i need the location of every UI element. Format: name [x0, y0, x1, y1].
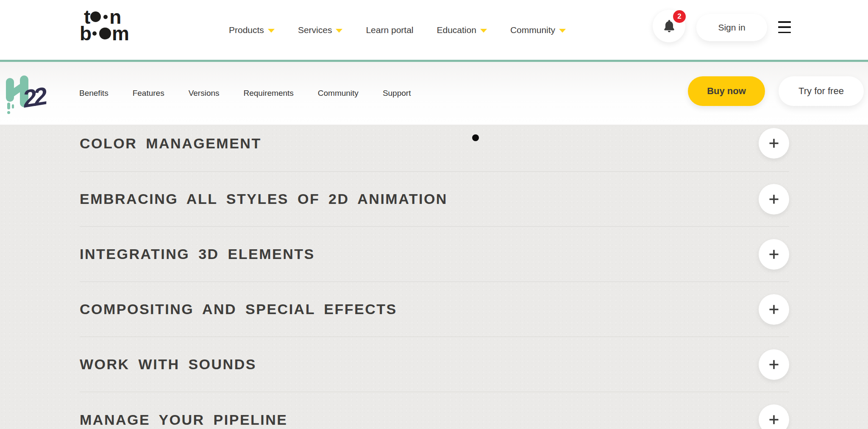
- expand-button[interactable]: [759, 128, 789, 159]
- product-nav: Benefits Features Versions Requirements …: [79, 62, 411, 125]
- chevron-down-icon: [268, 29, 275, 33]
- expand-button[interactable]: [759, 239, 789, 270]
- nav-item-education[interactable]: Education: [437, 25, 487, 35]
- plus-icon: [767, 248, 781, 261]
- nav-item-label: Services: [298, 25, 332, 35]
- plus-icon: [767, 303, 781, 316]
- logo-letter-b: b: [80, 26, 91, 41]
- accordion-title: COMPOSITING AND SPECIAL EFFECTS: [80, 301, 397, 318]
- expand-button[interactable]: [759, 404, 789, 429]
- accordion-title: WORK WITH SOUNDS: [80, 356, 256, 373]
- nav-item-services[interactable]: Services: [298, 25, 343, 35]
- logo-circle-icon: [99, 28, 111, 39]
- accordion-row-sounds[interactable]: WORK WITH SOUNDS: [80, 337, 789, 392]
- hamburger-bar: [778, 21, 791, 23]
- notification-count-badge: 2: [673, 10, 686, 23]
- expand-button[interactable]: [759, 349, 789, 380]
- logo-drip: [7, 103, 10, 109]
- try-for-free-button[interactable]: Try for free: [779, 76, 864, 106]
- logo-drip: [7, 111, 10, 114]
- main-nav: Products Services Learn portal Education…: [229, 0, 566, 60]
- subnav-item-support[interactable]: Support: [383, 89, 411, 98]
- harmony-22-logo[interactable]: 22: [6, 75, 53, 116]
- accordion-row-pipeline[interactable]: MANAGE YOUR PIPELINE: [80, 392, 789, 429]
- nav-item-products[interactable]: Products: [229, 25, 275, 35]
- accordion-title: MANAGE YOUR PIPELINE: [80, 412, 288, 428]
- accordion-title: COLOR MANAGEMENT: [80, 135, 262, 152]
- logo-letter-m: m: [112, 26, 128, 41]
- top-header: t n b m Products Services Learn: [0, 0, 868, 62]
- accordion-title: INTEGRATING 3D ELEMENTS: [80, 246, 315, 262]
- subnav-item-community[interactable]: Community: [318, 89, 359, 98]
- nav-item-label: Community: [510, 25, 555, 35]
- chevron-down-icon: [559, 29, 566, 33]
- subnav-item-features[interactable]: Features: [133, 89, 164, 98]
- chevron-down-icon: [480, 29, 487, 33]
- nav-item-community[interactable]: Community: [510, 25, 566, 35]
- accordion-row-3d-elements[interactable]: INTEGRATING 3D ELEMENTS: [80, 227, 789, 282]
- logo-22-text: 22: [21, 81, 46, 113]
- accordion-row-color-management[interactable]: COLOR MANAGEMENT: [80, 125, 789, 172]
- plus-icon: [767, 192, 781, 206]
- subnav-item-benefits[interactable]: Benefits: [79, 89, 108, 98]
- buy-now-button[interactable]: Buy now: [688, 76, 765, 106]
- expand-button[interactable]: [759, 294, 789, 325]
- chevron-down-icon: [336, 29, 342, 33]
- subnav-item-versions[interactable]: Versions: [189, 89, 220, 98]
- plus-icon: [767, 136, 781, 150]
- features-accordion-section: COLOR MANAGEMENT EMBRACING ALL STYLES OF…: [0, 125, 868, 429]
- notification-count: 2: [677, 12, 681, 21]
- logo-dot-icon: [92, 31, 97, 36]
- logo-dot-icon: [103, 15, 108, 19]
- toonboom-logo-line2: b m: [80, 25, 128, 42]
- subnav-item-requirements[interactable]: Requirements: [244, 89, 294, 98]
- plus-icon: [767, 358, 781, 371]
- hamburger-bar: [778, 32, 791, 33]
- accordion-row-compositing[interactable]: COMPOSITING AND SPECIAL EFFECTS: [80, 282, 789, 337]
- logo-drip: [12, 104, 14, 109]
- accordion-list: COLOR MANAGEMENT EMBRACING ALL STYLES OF…: [80, 125, 789, 429]
- sign-in-label: Sign in: [718, 22, 745, 33]
- cursor-dot: [472, 134, 479, 141]
- expand-button[interactable]: [759, 184, 789, 214]
- toonboom-logo[interactable]: t n b m: [80, 8, 128, 42]
- nav-item-label: Education: [437, 25, 476, 35]
- sign-in-button[interactable]: Sign in: [696, 14, 767, 41]
- hamburger-menu-icon[interactable]: [778, 21, 791, 33]
- logo-circle-icon: [90, 11, 101, 22]
- nav-item-label: Learn portal: [366, 25, 413, 35]
- accordion-row-embracing-2d[interactable]: EMBRACING ALL STYLES OF 2D ANIMATION: [80, 172, 789, 227]
- plus-icon: [767, 413, 781, 426]
- nav-item-label: Products: [229, 25, 264, 35]
- accordion-title: EMBRACING ALL STYLES OF 2D ANIMATION: [80, 191, 448, 207]
- buy-now-label: Buy now: [707, 86, 746, 97]
- nav-item-learn-portal[interactable]: Learn portal: [366, 25, 413, 35]
- product-subheader: 22 Benefits Features Versions Requiremen…: [0, 62, 868, 125]
- hamburger-bar: [778, 26, 791, 28]
- try-for-free-label: Try for free: [798, 86, 844, 97]
- page: t n b m Products Services Learn: [0, 0, 868, 429]
